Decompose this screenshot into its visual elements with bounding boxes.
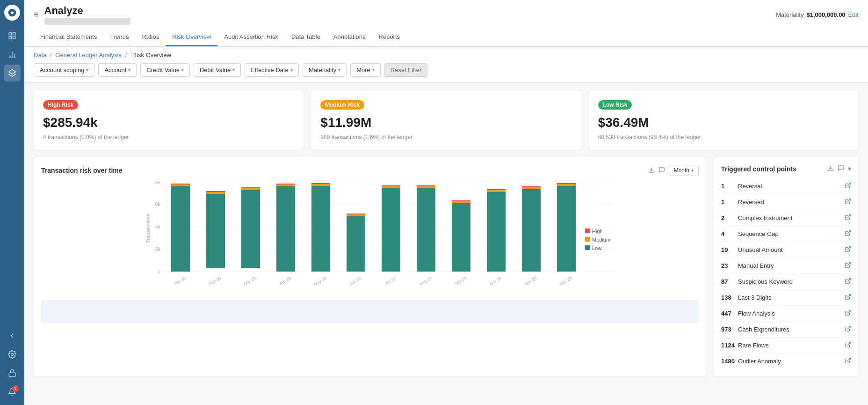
- tab-reports[interactable]: Reports: [372, 29, 407, 46]
- chevron-down-icon: ▾: [338, 67, 340, 73]
- tab-financial-statements[interactable]: Financial Statements: [34, 29, 103, 46]
- svg-rect-2: [13, 32, 15, 35]
- external-link-icon[interactable]: [845, 262, 851, 270]
- control-item: 4 Sequence Gap: [721, 226, 851, 242]
- layers-icon[interactable]: [4, 65, 21, 81]
- control-item: 1 Reversed: [721, 194, 851, 210]
- menu-icon[interactable]: ≡: [34, 10, 39, 20]
- svg-rect-24: [171, 184, 190, 184]
- tab-ratios[interactable]: Ratios: [135, 29, 166, 46]
- low-risk-badge: Low Risk: [598, 100, 632, 110]
- control-item: 973 Cash Expenditures: [721, 322, 851, 338]
- breadcrumb-data[interactable]: Data: [34, 52, 46, 59]
- svg-rect-61: [487, 190, 506, 192]
- external-link-icon[interactable]: [845, 214, 851, 222]
- external-link-icon[interactable]: [845, 341, 851, 349]
- control-count: 4: [721, 230, 735, 237]
- reset-filter-button[interactable]: Reset Filter: [384, 63, 427, 77]
- tab-data-table[interactable]: Data Table: [285, 29, 327, 46]
- svg-text:4k: 4k: [155, 224, 160, 229]
- control-item-left: 2 Complex Instrument: [721, 214, 792, 221]
- control-item-left: 4 Sequence Gap: [721, 230, 779, 237]
- tab-annotations[interactable]: Annotations: [327, 29, 372, 46]
- svg-text:Aug 20: Aug 20: [419, 276, 433, 287]
- header: ≡ Analyze ████████████████████ Materiali…: [24, 0, 868, 47]
- control-count: 973: [721, 326, 735, 333]
- breadcrumb-gl[interactable]: General Ledger Analysis: [55, 52, 122, 59]
- external-link-icon[interactable]: [845, 182, 851, 190]
- external-link-icon[interactable]: [845, 246, 851, 254]
- settings-icon[interactable]: [4, 346, 21, 363]
- filter-account-scoping[interactable]: Account scoping ▾: [34, 63, 94, 77]
- external-link-icon[interactable]: [845, 230, 851, 238]
- svg-rect-1: [9, 32, 11, 35]
- download-icon[interactable]: [648, 167, 655, 175]
- svg-rect-53: [417, 186, 435, 188]
- svg-text:Feb 20: Feb 20: [208, 276, 222, 287]
- external-link-icon[interactable]: [845, 294, 851, 302]
- bottom-section: Transaction risk over time: [34, 157, 859, 376]
- download-icon[interactable]: [827, 165, 834, 173]
- chevron-down-icon: ▾: [181, 67, 184, 73]
- svg-rect-4: [13, 37, 15, 39]
- filter-credit-value[interactable]: Credit Value ▾: [140, 63, 190, 77]
- high-risk-card: High Risk $285.94k 4 transactions (0.0%)…: [34, 91, 304, 150]
- control-name: Suspicious Keyword: [738, 278, 793, 285]
- filter-debit-value[interactable]: Debit Value ▾: [194, 63, 241, 77]
- materiality-value: $1,000,000.00: [806, 11, 845, 18]
- svg-text:Mar 20: Mar 20: [243, 276, 257, 287]
- control-name: Reversed: [738, 199, 764, 206]
- filter-effective-date[interactable]: Effective Date ▾: [245, 63, 299, 77]
- lock-icon[interactable]: [4, 365, 21, 382]
- svg-text:0: 0: [158, 269, 160, 274]
- filter-account[interactable]: Account ▾: [98, 63, 137, 77]
- grid-icon[interactable]: [4, 27, 21, 44]
- chevron-down-icon: ▾: [691, 168, 694, 173]
- month-selector[interactable]: Month ▾: [669, 165, 699, 176]
- external-link-icon[interactable]: [845, 198, 851, 206]
- svg-rect-74: [585, 237, 590, 242]
- breadcrumb-sep1: /: [50, 52, 53, 59]
- control-icons: ▾: [827, 165, 851, 173]
- control-name: Flow Analysis: [738, 310, 775, 317]
- tab-risk-overview[interactable]: Risk Overview: [166, 29, 217, 46]
- svg-text:Jun 20: Jun 20: [348, 276, 362, 286]
- svg-rect-76: [585, 245, 590, 250]
- breadcrumb: Data / General Ledger Analysis / Risk Ov…: [24, 47, 868, 63]
- chevron-down-icon[interactable]: ▾: [848, 165, 851, 173]
- svg-text:Nov 20: Nov 20: [524, 276, 538, 287]
- arrow-left-icon[interactable]: [4, 327, 21, 344]
- control-count: 1124: [721, 342, 735, 349]
- control-item: 1480 Outlier Anomaly: [721, 353, 851, 369]
- filter-materiality[interactable]: Materiality ▾: [303, 63, 347, 77]
- comment-icon[interactable]: [838, 165, 844, 173]
- external-link-icon[interactable]: [845, 309, 851, 317]
- svg-rect-32: [241, 187, 260, 188]
- control-item-left: 87 Suspicious Keyword: [721, 278, 793, 285]
- svg-rect-64: [522, 186, 541, 187]
- control-name: Last 3 Digits: [738, 294, 772, 301]
- main-content: ≡ Analyze ████████████████████ Materiali…: [24, 0, 868, 405]
- control-item: 1 Reversal: [721, 178, 851, 194]
- svg-rect-68: [557, 183, 576, 184]
- tab-audit-assertion-risk[interactable]: Audit Assertion Risk: [217, 29, 285, 46]
- chart-bar-icon[interactable]: [4, 46, 21, 63]
- external-link-icon[interactable]: [845, 325, 851, 333]
- svg-rect-30: [206, 194, 225, 268]
- svg-line-87: [847, 310, 850, 313]
- external-link-icon[interactable]: [845, 357, 851, 365]
- chart-actions: Month ▾: [648, 165, 699, 176]
- page-title: Analyze: [44, 5, 130, 17]
- svg-text:Dec 20: Dec 20: [559, 276, 573, 287]
- control-name: Reversal: [738, 183, 762, 190]
- notification-icon[interactable]: 1: [4, 383, 21, 400]
- control-item-left: 1124 Rare Flows: [721, 342, 769, 349]
- comment-icon[interactable]: [658, 167, 665, 175]
- app-logo[interactable]: [4, 5, 20, 21]
- edit-link[interactable]: Edit: [848, 11, 859, 18]
- tab-trends[interactable]: Trends: [103, 29, 135, 46]
- high-risk-amount: $285.94k: [43, 115, 294, 130]
- chevron-down-icon: ▾: [290, 67, 293, 73]
- external-link-icon[interactable]: [845, 278, 851, 286]
- filter-more[interactable]: More ▾: [350, 63, 381, 77]
